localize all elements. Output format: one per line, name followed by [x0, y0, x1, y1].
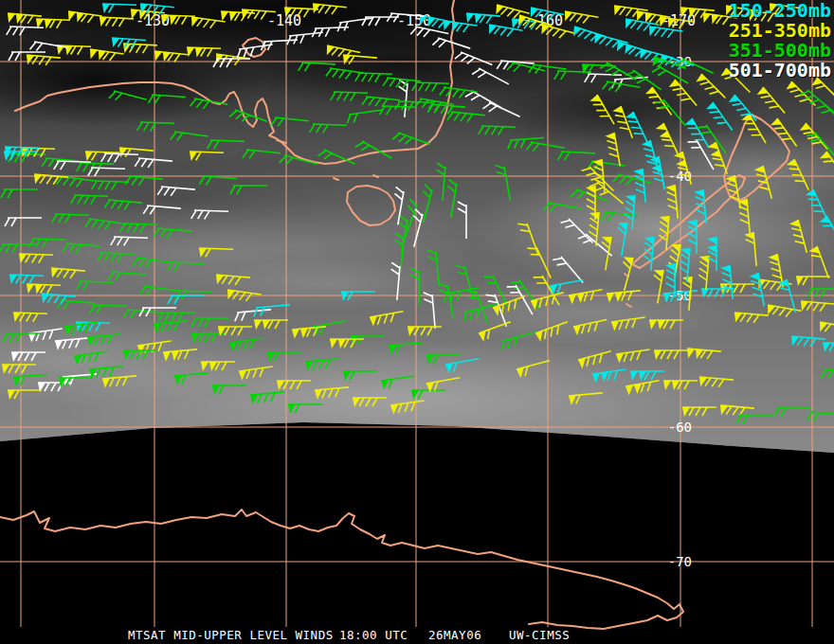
wind-barb-yellow-251-350mb [611, 317, 646, 331]
wind-barb-white-501-700mb [312, 27, 349, 37]
wind-barb-yellow-251-350mb [190, 152, 224, 162]
wind-barb-green-351-500mb [168, 262, 205, 272]
wind-barb-yellow-251-350mb [315, 387, 350, 400]
wind-barb-cyan-150-250mb [9, 275, 44, 285]
wind-barb-white-501-700mb [389, 262, 400, 300]
wind-barb-yellow-251-350mb [616, 349, 651, 364]
wind-barb-yellow-251-350mb [615, 255, 633, 290]
wind-barb-green-351-500mb [229, 338, 264, 352]
legend-item-501-700mb: 501-700mb [729, 61, 831, 80]
wind-barb-white-501-700mb [472, 67, 509, 92]
wind-barb-green-351-500mb [154, 321, 189, 333]
wind-barb-yellow-251-350mb [686, 349, 721, 361]
wind-barb-white-501-700mb [7, 27, 44, 36]
wind-barb-green-351-500mb [29, 239, 66, 248]
wind-barb-green-351-500mb [558, 152, 595, 162]
wind-barb-green-351-500mb [774, 407, 811, 416]
wind-barb-cyan-150-250mb [612, 221, 627, 256]
wind-barb-green-351-500mb [496, 164, 511, 202]
wind-barb-green-351-500mb [87, 334, 122, 347]
wind-barb-green-351-500mb [104, 200, 142, 211]
wind-barb-yellow-251-350mb [648, 268, 663, 303]
latitude-label: -70 [668, 554, 692, 569]
wind-barb-yellow-251-350mb [667, 80, 697, 112]
legend-item-150-250mb: 150-250mb [729, 1, 831, 21]
wind-barb-green-351-500mb [199, 176, 237, 188]
wind-barb-white-501-700mb [101, 153, 138, 163]
wind-barb-yellow-251-350mb [163, 349, 198, 362]
wind-barb-green-351-500mb [148, 95, 186, 106]
wind-barb-cyan-150-250mb [727, 95, 756, 127]
wind-barb-green-351-500mb [77, 281, 114, 291]
wind-barb-green-351-500mb [526, 141, 564, 156]
wind-barb-cyan-150-250mb [487, 25, 522, 40]
wind-barb-green-351-500mb [817, 102, 834, 134]
wind-barb-yellow-251-350mb [99, 17, 133, 28]
wind-barb-yellow-251-350mb [596, 235, 611, 270]
wind-barb-yellow-251-350mb [408, 327, 442, 336]
wind-barb-green-351-500mb [381, 376, 416, 390]
coastline-tasmania [347, 186, 395, 225]
wind-barb-yellow-251-350mb [626, 381, 661, 396]
wind-barb-white-501-700mb [465, 90, 501, 116]
wind-barb-green-351-500mb [71, 195, 108, 205]
wind-barb-green-351-500mb [74, 351, 109, 366]
wind-barb-green-351-500mb [326, 68, 364, 81]
wind-barb-green-351-500mb [305, 359, 340, 371]
wind-barb-yellow-251-350mb [707, 142, 728, 177]
wind-barb-green-351-500mb [427, 249, 439, 287]
wind-barb-yellow-251-350mb [798, 123, 827, 155]
wind-barb-cyan-150-250mb [341, 292, 375, 301]
wind-barbs [0, 4, 834, 423]
wind-barb-green-351-500mb [807, 131, 834, 165]
wind-barb-green-351-500mb [229, 109, 267, 130]
wind-barb-green-351-500mb [571, 188, 608, 209]
wind-barb-green-351-500mb [380, 106, 417, 116]
wind-barb-yellow-251-350mb [312, 4, 347, 17]
wind-barb-white-501-700mb [578, 232, 612, 262]
wind-barb-cyan-150-250mb [749, 273, 764, 308]
wind-barb-yellow-251-350mb [654, 350, 688, 360]
coastlines [0, 0, 789, 629]
wind-barb-yellow-251-350mb [569, 290, 604, 305]
wind-barb-yellow-251-350mb [13, 313, 47, 323]
wind-barb-yellow-251-350mb [800, 301, 834, 313]
wind-barb-yellow-251-350mb [518, 221, 539, 259]
wind-barb-green-351-500mb [137, 122, 174, 132]
wind-barb-green-351-500mb [821, 369, 834, 381]
wind-barb-yellow-251-350mb [517, 361, 552, 379]
wind-barb-green-351-500mb [313, 321, 348, 336]
map-overlay: -130-140-150-160-170-30-40-50-60-70 [0, 0, 834, 644]
wind-barb-white-501-700mb [111, 237, 148, 246]
wind-barb-green-351-500mb [499, 332, 537, 350]
wind-barb-cyan-150-250mb [465, 13, 500, 26]
wind-barb-yellow-251-350mb [744, 232, 756, 267]
wind-barb-yellow-251-350mb [2, 365, 36, 374]
wind-barb-green-351-500mb [676, 58, 713, 81]
wind-barb-yellow-251-350mb [734, 313, 769, 325]
wind-barb-cyan-150-250mb [649, 156, 664, 191]
wind-barb-green-351-500mb [243, 150, 281, 162]
wind-barb-yellow-251-350mb [50, 268, 85, 280]
wind-barb-green-351-500mb [434, 163, 445, 201]
wind-barb-green-351-500mb [807, 289, 834, 297]
wind-barb-green-351-500mb [212, 385, 246, 395]
wind-barb-yellow-251-350mb [370, 312, 405, 327]
wind-barb-yellow-251-350mb [563, 11, 598, 27]
pressure-level-legend: 150-250mb251-350mb351-500mb501-700mb [729, 1, 831, 80]
wind-barb-green-351-500mb [807, 412, 834, 423]
wind-barb-yellow-251-350mb [19, 254, 53, 264]
wind-barb-yellow-251-350mb [818, 322, 834, 337]
wind-barb-green-351-500mb [331, 92, 368, 101]
wind-barb-cyan-150-250mb [592, 369, 627, 384]
caption-credit: UW-CIMSS [509, 626, 570, 644]
wind-barb-yellow-251-350mb [665, 185, 678, 220]
wind-barb-yellow-251-350mb [535, 322, 571, 343]
caption-product: MTSAT MID-UPPER LEVEL WINDS [128, 626, 334, 644]
wind-barb-green-351-500mb [250, 392, 285, 404]
wind-barb-cyan-150-250mb [818, 216, 834, 250]
wind-barb-yellow-251-350mb [239, 367, 274, 381]
wind-barb-yellow-251-350mb [682, 407, 716, 417]
wind-barb-yellow-251-350mb [254, 320, 288, 330]
wind-barb-green-351-500mb [479, 126, 516, 135]
